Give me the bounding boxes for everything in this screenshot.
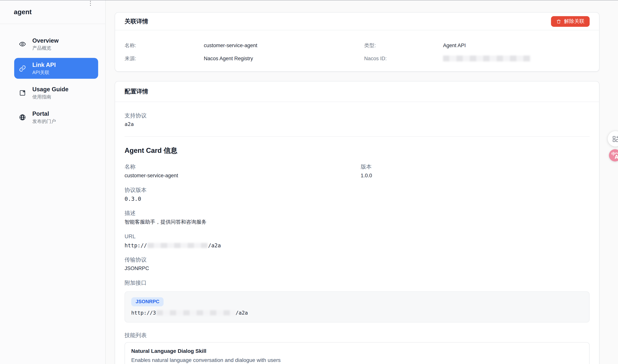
unlink-button-label: 解除关联 [564,18,584,25]
agent-card-name-field: 名称 customer-service-agent [124,163,361,179]
sidebar-item-usage-guide[interactable]: Usage Guide 使用指南 [14,82,98,103]
protocol-version-field: 协议版本 0.3.0 [124,187,590,202]
app-title: agent [14,8,32,16]
sidebar-item-link-api[interactable]: Link API API关联 [14,58,98,79]
configuration-card-title: 配置详情 [124,88,148,95]
sidebar-item-portal[interactable]: Portal 发布的门户 [14,107,98,128]
link-icon [19,65,26,72]
association-details-card: 关联详情 解除关联 名称: customer-service-agent 类型:… [115,12,599,72]
sidebar: agent ⋮ Overview 产品概览 Link API API关联 [0,0,106,364]
supported-protocol-field: 支持协议 a2a [124,112,590,128]
skills-list-label: 技能列表 [124,332,590,339]
apps-sparkle-icon [612,135,618,143]
skill-name: Natural Language Dialog Skill [131,348,583,354]
sidebar-item-overview[interactable]: Overview 产品概览 [14,34,98,54]
unlink-button[interactable]: 解除关联 [551,16,590,26]
agent-card-name-version-row: 名称 customer-service-agent 版本 1.0.0 [124,163,590,179]
globe-icon [19,114,26,121]
svg-text:A: A [615,154,618,160]
description-field: 描述 智能客服助手，提供问答和咨询服务 [124,210,590,225]
skill-description: Enables natural language conversation an… [131,357,583,363]
field-name: 名称: customer-service-agent [124,43,364,49]
translate-icon: 中 A [611,151,618,160]
agent-card-version-field: 版本 1.0.0 [361,163,590,179]
association-fields: 名称: customer-service-agent 类型: Agent API… [115,30,599,71]
interface-protocol-badge: JSONRPC [131,297,164,306]
url-redacted-segment [147,243,207,248]
url-field: URL http:///a2a [124,233,590,248]
agent-card-heading: Agent Card 信息 [124,146,590,155]
trash-icon [556,19,561,24]
association-card-title: 关联详情 [124,18,148,25]
guide-icon [19,89,26,96]
sidebar-item-sublabel: 发布的门户 [32,118,56,124]
interface-url: http://3/a2a [131,310,583,316]
configuration-details-card: 配置详情 支持协议 a2a Agent Card 信息 名称 customer-… [115,81,599,364]
section-divider [124,136,590,137]
skill-card: Natural Language Dialog Skill Enables na… [124,342,590,364]
sidebar-nav: Overview 产品概览 Link API API关联 Usage G [0,24,105,128]
sidebar-item-sublabel: API关联 [32,70,56,75]
nacos-id-redacted-value [443,55,531,61]
sidebar-header: agent ⋮ [0,0,105,24]
interface-url-redacted-segment [156,310,235,315]
field-source: 来源: Nacos Agent Registry [124,55,364,62]
additional-interfaces-section: 附加接口 JSONRPC http://3/a2a [124,280,590,323]
sidebar-item-label: Usage Guide [32,86,69,93]
transport-protocol-field: 传输协议 JSONRPC [124,256,590,272]
interface-box: JSONRPC http://3/a2a [124,291,590,323]
field-type: 类型: Agent API [364,43,590,49]
sidebar-item-sublabel: 使用指南 [32,94,69,100]
configuration-card-header: 配置详情 [115,81,599,102]
configuration-card-body: 支持协议 a2a Agent Card 信息 名称 customer-servi… [115,102,599,364]
sidebar-item-sublabel: 产品概览 [32,45,59,51]
kebab-menu-icon[interactable]: ⋮ [88,0,94,7]
sidebar-item-label: Portal [32,110,56,117]
main-content: 关联详情 解除关联 名称: customer-service-agent 类型:… [106,0,618,364]
window-top-border [0,0,618,0]
field-nacos-id: Nacos ID: [364,55,590,62]
supported-protocol-value: a2a [124,121,590,128]
sidebar-item-label: Link API [32,61,56,68]
eye-icon [19,40,26,47]
association-card-header: 关联详情 解除关联 [115,13,599,30]
url-value: http:///a2a [124,242,590,248]
sidebar-item-label: Overview [32,37,59,44]
app-window: agent ⋮ Overview 产品概览 Link API API关联 [0,0,618,364]
